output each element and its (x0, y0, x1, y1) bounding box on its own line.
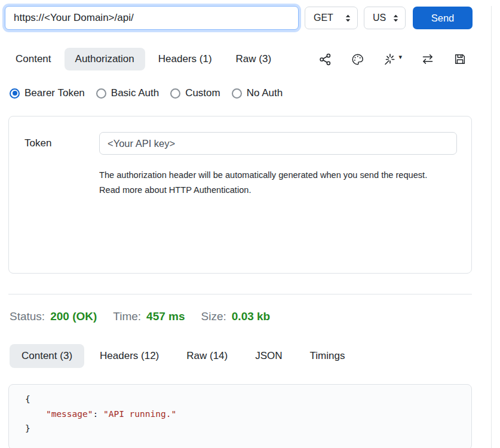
auth-type-options: Bearer Token Basic Auth Custom No Auth (10, 87, 500, 99)
radio-no-auth[interactable]: No Auth (232, 87, 283, 99)
share-icon[interactable] (318, 53, 332, 66)
time-label: Time: (113, 310, 141, 323)
tab-response-raw[interactable]: Raw (14) (174, 344, 240, 368)
status-group: Status: 200 (OK) (10, 310, 97, 323)
updown-arrows-icon (345, 14, 351, 23)
magic-wand-icon[interactable]: ▾ (383, 53, 402, 66)
api-tester-page: GET US Send Content Authorization Header… (0, 6, 500, 448)
right-edge-divider (491, 6, 492, 448)
token-row: Token (24, 132, 457, 155)
region-select-value: US (373, 13, 386, 23)
swap-arrows-icon[interactable] (421, 52, 435, 66)
radio-label: Custom (185, 87, 220, 99)
method-select[interactable]: GET (305, 7, 358, 29)
token-helper-text: The authorization header will be automat… (99, 168, 449, 198)
json-key: "message" (46, 409, 93, 419)
tab-response-content[interactable]: Content (3) (10, 344, 84, 368)
radio-unselected-icon (170, 88, 180, 99)
response-body: { "message": "API running." } (8, 384, 472, 448)
radio-custom[interactable]: Custom (170, 87, 220, 99)
radio-label: Bearer Token (24, 87, 85, 99)
radio-label: Basic Auth (111, 87, 159, 99)
url-input[interactable] (5, 6, 299, 30)
method-select-value: GET (314, 13, 333, 23)
updown-arrows-icon (392, 14, 399, 23)
request-bar: GET US Send (5, 6, 500, 30)
chevron-down-icon: ▾ (398, 53, 402, 61)
json-value: "API running." (103, 409, 176, 419)
send-button[interactable]: Send (413, 7, 473, 29)
tab-response-timings[interactable]: Timings (298, 344, 357, 368)
region-select[interactable]: US (364, 7, 406, 29)
json-line-message: "message": "API running." (25, 407, 471, 422)
tab-headers[interactable]: Headers (1) (148, 48, 223, 70)
palette-icon[interactable] (351, 53, 364, 66)
size-label: Size: (201, 310, 226, 323)
time-value: 457 ms (146, 310, 185, 323)
response-summary: Status: 200 (OK) Time: 457 ms Size: 0.03… (10, 310, 500, 323)
status-value: 200 (OK) (50, 310, 97, 323)
tab-raw[interactable]: Raw (3) (225, 48, 283, 70)
tab-authorization[interactable]: Authorization (65, 48, 145, 70)
time-group: Time: 457 ms (113, 310, 185, 323)
save-icon[interactable] (453, 53, 467, 66)
token-input[interactable] (99, 132, 457, 155)
toolbar-icons: ▾ (318, 52, 467, 66)
tab-response-headers[interactable]: Headers (12) (88, 344, 171, 368)
radio-bearer-token[interactable]: Bearer Token (10, 87, 85, 99)
json-line-open: { (25, 392, 471, 407)
json-line-close: } (25, 421, 471, 436)
tab-response-json[interactable]: JSON (243, 344, 294, 368)
radio-selected-icon (10, 88, 20, 99)
radio-unselected-icon (96, 88, 106, 99)
request-tabs: Content Authorization Headers (1) Raw (3… (5, 48, 500, 70)
response-tabs: Content (3) Headers (12) Raw (14) JSON T… (10, 344, 500, 368)
tab-content[interactable]: Content (5, 48, 62, 70)
token-panel: Token The authorization header will be a… (8, 116, 472, 274)
radio-label: No Auth (247, 87, 283, 99)
size-group: Size: 0.03 kb (201, 310, 271, 323)
status-label: Status: (10, 310, 45, 323)
token-label: Token (24, 137, 99, 149)
radio-unselected-icon (232, 88, 242, 99)
size-value: 0.03 kb (232, 310, 270, 323)
section-divider (8, 294, 472, 294)
radio-basic-auth[interactable]: Basic Auth (96, 87, 159, 99)
